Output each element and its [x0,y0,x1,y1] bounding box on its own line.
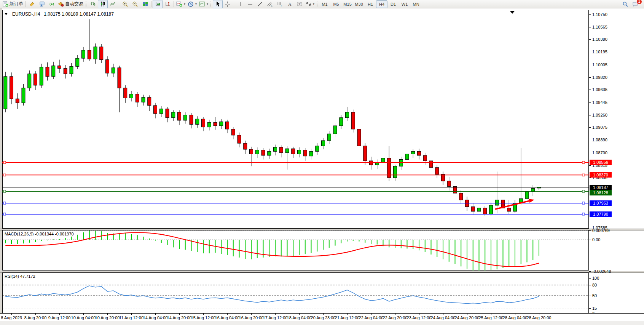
fibonacci-icon: F [277,1,283,7]
rsi-label: RSI(14) 47.7172 [5,274,35,279]
price-axis[interactable]: 1.107501.105651.103801.101951.100051.098… [589,8,644,321]
date-tick-mark [227,314,228,315]
axis-tick-mark [589,52,591,52]
periods-button[interactable]: ▾ [187,0,198,8]
axis-tick-mark [589,296,591,296]
timeframe-button-h4[interactable]: H4 [376,0,387,8]
axis-tick-mark [589,39,591,40]
tile-windows-button[interactable] [140,0,150,8]
bear-candle [148,98,151,106]
date-label: 20 Aug 23:00 [311,315,336,320]
price-tick-label: 1.09260 [592,113,607,117]
auto-scroll-button[interactable] [153,0,163,8]
axis-tick-mark [589,27,591,27]
date-tick-mark [371,314,371,315]
price-label-1.07790: 1.07790 [590,211,612,217]
date-label: 14 Aug 20:00 [167,315,192,320]
rsi-plot[interactable] [2,272,589,313]
vertical-line-button[interactable] [235,0,245,8]
date-axis[interactable]: 8 Aug 20238 Aug 20:009 Aug 12:0010 Aug 0… [0,313,644,321]
svg-text:T: T [298,2,301,6]
timeframe-button-h1[interactable]: H1 [365,0,376,8]
text-label-button[interactable]: T [295,0,304,8]
indicators-button[interactable]: ▾ [175,0,187,8]
bear-candle [423,155,427,161]
price-tick-label: 1.10005 [592,62,607,67]
line-chart-button[interactable] [108,0,118,8]
text-icon: A [287,1,292,7]
candlestick-chart-button[interactable] [98,0,108,8]
bear-candle [226,122,229,129]
bull-candle [52,66,55,77]
bear-candle [483,208,487,214]
price-tick-label: 1.09445 [592,100,607,105]
trendline-button[interactable] [255,0,265,8]
timeframe-button-mn[interactable]: MN [410,0,422,8]
templates-button[interactable]: ▾ [198,0,209,8]
search-button[interactable] [620,0,630,8]
rsi-tick-label: 50 [592,293,597,298]
main-chart-plot[interactable] [2,10,589,229]
axis-tick-mark [589,77,591,78]
fibonacci-button[interactable]: F [275,0,285,8]
bar-chart-button[interactable] [88,0,98,8]
toolbar-separator [119,1,119,7]
timeframe-button-m5[interactable]: M5 [330,0,342,8]
crosshair-button[interactable] [223,0,233,8]
zoom-out-icon [132,1,138,7]
text-button[interactable]: A [285,0,295,8]
periods-icon [188,1,194,7]
zoom-in-button[interactable] [120,0,130,8]
notifications-button[interactable]: 1 [630,0,640,8]
meta-editor-button[interactable] [27,0,37,8]
meta-editor-icon [29,1,35,7]
timeframe-button-d1[interactable]: D1 [387,0,399,8]
timeframe-button-m30[interactable]: M30 [353,0,365,8]
equidistant-channel-icon: E [267,1,273,7]
bull-candle [172,112,175,118]
chart-shift-icon [165,1,171,7]
bull-candle [394,166,397,178]
bull-candle [159,109,163,114]
bear-candle [303,150,307,156]
cursor-button[interactable] [213,0,223,8]
macd-tick-label: 0.000769 [592,228,610,233]
bear-candle [124,88,127,98]
toolbar-grip [316,1,318,7]
bear-candle [166,109,169,118]
bull-candle [309,151,313,156]
date-label: 11 Aug 12:00 [119,315,143,320]
toolbar-separator [26,1,26,7]
bear-candle [64,69,67,74]
axis-tick-mark [589,278,591,279]
horizontal-line-button[interactable] [245,0,255,8]
arrows-button[interactable]: ▾ [304,0,316,8]
date-label: 22 Aug 04:00 [359,315,384,320]
bear-candle [447,181,451,186]
virtual-hosting-button[interactable] [37,0,47,8]
new-order-button[interactable]: 新订单 [2,0,24,8]
axis-tick-mark [589,308,591,309]
date-tick-mark [467,314,467,315]
timeframe-button-m1[interactable]: M1 [319,0,330,8]
macd-plot[interactable] [2,230,589,271]
auto-trading-button[interactable]: 自动交易 [57,0,84,8]
axis-tick-mark [589,115,591,115]
date-label: 23 Aug 12:00 [407,315,432,320]
axis-tick-mark [589,153,591,153]
main-toolbar: 新订单 自动交易 [0,0,644,8]
collapse-arrow-icon[interactable] [5,13,8,15]
zoom-out-button[interactable] [130,0,140,8]
bull-candle [196,119,199,124]
chart-shift-button[interactable] [163,0,172,8]
date-tick-mark [107,314,108,315]
timeframe-button-w1[interactable]: W1 [399,0,410,8]
signals-button[interactable] [47,0,57,8]
timeframe-button-m15[interactable]: M15 [342,0,353,8]
equidistant-channel-button[interactable]: E [265,0,275,8]
date-tick-mark [299,314,300,315]
bull-candle [381,158,385,162]
dropdown-arrow-icon: ▾ [195,2,197,6]
bear-candle [435,168,439,175]
templates-icon [199,1,205,7]
